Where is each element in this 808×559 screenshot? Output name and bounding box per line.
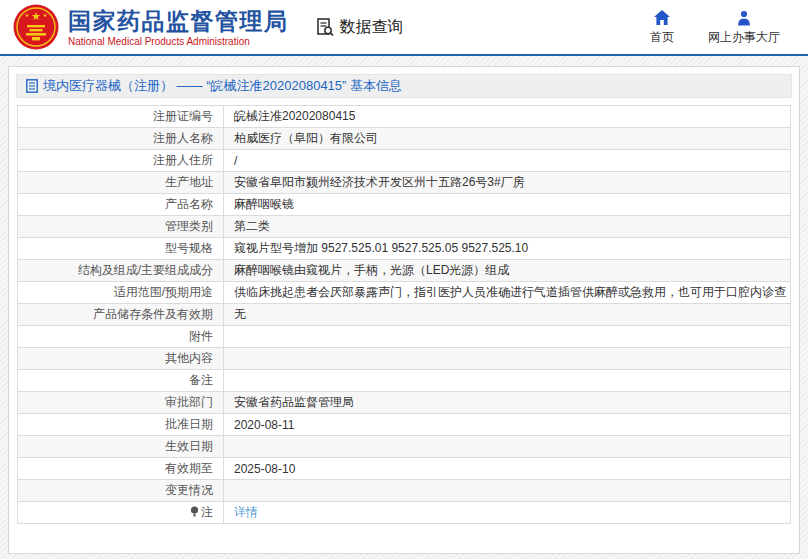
table-row: 生产地址安徽省阜阳市颍州经济技术开发区州十五路26号3#厂房 <box>18 172 791 194</box>
row-label: 注册人名称 <box>18 128 224 150</box>
table-row: 注册证编号皖械注准20202080415 <box>18 106 791 128</box>
row-value <box>224 370 791 392</box>
row-label: 批准日期 <box>18 414 224 436</box>
row-value <box>224 480 791 502</box>
table-row: 其他内容 <box>18 348 791 370</box>
table-row: 审批部门安徽省药品监督管理局 <box>18 392 791 414</box>
row-label: 结构及组成/主要组成成分 <box>18 260 224 282</box>
row-value: 2020-08-11 <box>224 414 791 436</box>
table-row: 适用范围/预期用途供临床挑起患者会厌部暴露声门，指引医护人员准确进行气道插管供麻… <box>18 282 791 304</box>
row-label: 其他内容 <box>18 348 224 370</box>
row-value: 麻醉咽喉镜由窥视片，手柄，光源（LED光源）组成 <box>224 260 791 282</box>
row-label: 备注 <box>18 370 224 392</box>
table-row: 注详情 <box>18 502 791 524</box>
row-value: 第二类 <box>224 216 791 238</box>
row-value: 皖械注准20202080415 <box>224 106 791 128</box>
nav-home[interactable]: 首页 <box>642 8 682 46</box>
note-icon <box>190 506 199 517</box>
national-emblem-logo: ★ ★ ★ <box>13 4 59 50</box>
svg-text:★: ★ <box>25 12 30 18</box>
row-value <box>224 326 791 348</box>
row-label: 型号规格 <box>18 238 224 260</box>
header-nav: 首页 网上办事大厅 <box>642 8 780 46</box>
table-row: 有效期至2025-08-10 <box>18 458 791 480</box>
row-label: 注册证编号 <box>18 106 224 128</box>
row-value <box>224 348 791 370</box>
row-value: 供临床挑起患者会厌部暴露声门，指引医护人员准确进行气道插管供麻醉或急救用，也可用… <box>224 282 791 304</box>
data-query-icon <box>315 17 335 37</box>
breadcrumb: 境内医疗器械（注册） —— “皖械注准20202080415” 基本信息 <box>16 74 792 98</box>
data-query-tab[interactable]: 数据查询 <box>315 17 404 38</box>
row-label: 审批部门 <box>18 392 224 414</box>
row-label: 注册人住所 <box>18 150 224 172</box>
row-value: 安徽省阜阳市颍州经济技术开发区州十五路26号3#厂房 <box>224 172 791 194</box>
svg-text:★: ★ <box>43 12 48 18</box>
table-row: 产品名称麻醉咽喉镜 <box>18 194 791 216</box>
table-row: 注册人住所/ <box>18 150 791 172</box>
document-icon <box>26 79 38 93</box>
breadcrumb-text: 境内医疗器械（注册） —— “皖械注准20202080415” 基本信息 <box>43 77 402 95</box>
row-value: 柏威医疗（阜阳）有限公司 <box>224 128 791 150</box>
nav-service-hall[interactable]: 网上办事大厅 <box>708 8 780 46</box>
table-row: 生效日期 <box>18 436 791 458</box>
table-row: 产品储存条件及有效期无 <box>18 304 791 326</box>
person-icon <box>735 8 753 26</box>
nav-service-hall-label: 网上办事大厅 <box>708 29 780 46</box>
row-value: 2025-08-10 <box>224 458 791 480</box>
org-name-en: National Medical Products Administration <box>68 36 289 47</box>
row-value: 安徽省药品监督管理局 <box>224 392 791 414</box>
row-label: 变更情况 <box>18 480 224 502</box>
data-query-label: 数据查询 <box>340 17 404 38</box>
page-body: 境内医疗器械（注册） —— “皖械注准20202080415” 基本信息 注册证… <box>0 56 808 554</box>
svg-text:★: ★ <box>31 10 41 22</box>
home-icon <box>653 8 671 26</box>
row-value: 窥视片型号增加 9527.525.01 9527.525.05 9527.525… <box>224 238 791 260</box>
content-panel: 境内医疗器械（注册） —— “皖械注准20202080415” 基本信息 注册证… <box>8 66 800 554</box>
app-header: ★ ★ ★ 国家药品监督管理局 National Medical Product… <box>0 0 808 56</box>
row-label: 适用范围/预期用途 <box>18 282 224 304</box>
table-row: 管理类别第二类 <box>18 216 791 238</box>
table-row: 附件 <box>18 326 791 348</box>
row-label: 有效期至 <box>18 458 224 480</box>
org-title-block: 国家药品监督管理局 National Medical Products Admi… <box>68 8 289 47</box>
row-label: 附件 <box>18 326 224 348</box>
row-value <box>224 436 791 458</box>
row-label: 管理类别 <box>18 216 224 238</box>
row-label: 产品名称 <box>18 194 224 216</box>
row-value: / <box>224 150 791 172</box>
row-label: 生效日期 <box>18 436 224 458</box>
table-row: 备注 <box>18 370 791 392</box>
nav-home-label: 首页 <box>650 29 674 46</box>
table-row: 结构及组成/主要组成成分麻醉咽喉镜由窥视片，手柄，光源（LED光源）组成 <box>18 260 791 282</box>
row-label: 产品储存条件及有效期 <box>18 304 224 326</box>
info-table: 注册证编号皖械注准20202080415注册人名称柏威医疗（阜阳）有限公司注册人… <box>17 105 791 524</box>
org-name: 国家药品监督管理局 <box>68 8 289 34</box>
row-value: 无 <box>224 304 791 326</box>
row-label: 生产地址 <box>18 172 224 194</box>
row-value: 详情 <box>224 502 791 524</box>
table-row: 批准日期2020-08-11 <box>18 414 791 436</box>
row-label: 注 <box>18 502 224 524</box>
table-row: 型号规格窥视片型号增加 9527.525.01 9527.525.05 9527… <box>18 238 791 260</box>
details-link[interactable]: 详情 <box>234 505 258 519</box>
row-value: 麻醉咽喉镜 <box>224 194 791 216</box>
table-row: 变更情况 <box>18 480 791 502</box>
table-row: 注册人名称柏威医疗（阜阳）有限公司 <box>18 128 791 150</box>
